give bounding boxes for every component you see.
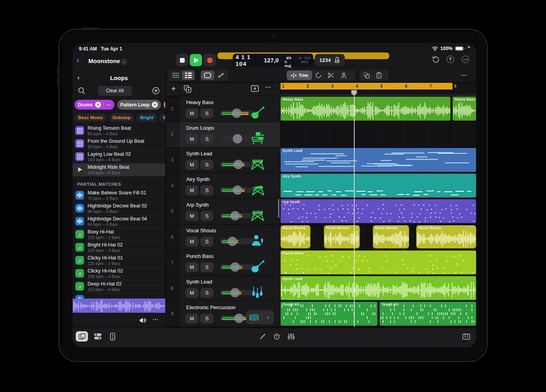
bass-icon[interactable] bbox=[251, 259, 264, 273]
slider-knob[interactable] bbox=[230, 262, 240, 272]
mute-button[interactable]: M bbox=[185, 288, 198, 298]
region[interactable]: Tough Kit bbox=[380, 302, 476, 326]
more-options-button[interactable]: ⋯ bbox=[462, 56, 470, 64]
loop-list-item[interactable]: Highbridge Decree Beat 04 94 bpm – 4 Bar… bbox=[73, 215, 165, 228]
loop-list-item[interactable]: ♫ Bright Hi-Hat 02 125 bpm – 4 Bars bbox=[73, 241, 165, 254]
loop-list-item[interactable]: ♫ Boxy Hi-Hat 125 bpm – 2 Bars bbox=[73, 228, 165, 241]
track-name[interactable]: Heavy Bass bbox=[186, 99, 213, 105]
search-icon[interactable] bbox=[78, 87, 86, 95]
back-button[interactable]: ‹ bbox=[77, 56, 85, 65]
loop-list-item[interactable]: ♫ Clicky Hi-Hat 02 100 bpm – 4 Bars bbox=[73, 267, 165, 280]
volume-slider[interactable] bbox=[220, 187, 256, 193]
volume-slider[interactable] bbox=[220, 290, 256, 295]
strings-icon[interactable] bbox=[251, 285, 264, 299]
chip-more-icon[interactable]: ⋯ bbox=[106, 102, 111, 108]
remove-chip-icon[interactable]: ✕ bbox=[152, 102, 158, 108]
help-button[interactable]: ? bbox=[447, 56, 455, 64]
track-lane[interactable]: Arp Synth bbox=[280, 199, 476, 224]
solo-button[interactable]: S bbox=[200, 160, 213, 170]
speaker-icon[interactable] bbox=[139, 317, 147, 324]
track-header[interactable]: 2 Drum Loops M S bbox=[166, 122, 280, 147]
track-header[interactable]: 6 Vocal Shouts M S bbox=[166, 224, 280, 250]
solo-button[interactable]: S bbox=[200, 134, 213, 144]
filter-chip[interactable]: Pattern Loop ✕ bbox=[117, 100, 161, 110]
solo-button[interactable]: S bbox=[200, 108, 213, 118]
solo-button[interactable]: S bbox=[200, 211, 213, 221]
trim-tool-button[interactable]: Trim bbox=[287, 71, 312, 80]
automation-tool-button[interactable] bbox=[214, 71, 228, 80]
track-name[interactable]: Drum Loops bbox=[186, 125, 214, 131]
volume-slider[interactable] bbox=[220, 213, 256, 218]
track-lane[interactable]: Airy Synth bbox=[280, 173, 476, 199]
region[interactable]: Synth Lead bbox=[280, 276, 476, 300]
synth-flat-icon[interactable] bbox=[251, 183, 264, 196]
loop-list-item[interactable]: ♫ Deep Hi-Hat 02 110 bpm – 4 Bars bbox=[73, 280, 165, 293]
region[interactable]: Heavy Bass bbox=[453, 97, 476, 121]
loop-list-item[interactable]: Highbridge Decree Beat 02 94 bpm – 4 Bar… bbox=[73, 202, 165, 215]
record-button[interactable] bbox=[204, 54, 216, 66]
tag-suggestion[interactable]: Warm bbox=[159, 113, 166, 122]
track-lane[interactable]: Vocal ShoutsVocal ShoutsVocal ShoutsVoca… bbox=[280, 224, 476, 250]
add-track-button[interactable]: + bbox=[171, 84, 180, 93]
arrange-more-button[interactable]: ⋯ bbox=[461, 72, 467, 79]
playhead[interactable] bbox=[354, 90, 355, 327]
region[interactable]: Vocal Shouts bbox=[416, 225, 476, 248]
expand-chevron-icon[interactable]: › bbox=[262, 314, 274, 320]
loop-list-item[interactable]: Laying Low Beat 02 150 bpm – 8 Bars bbox=[73, 150, 165, 163]
mute-button[interactable]: M bbox=[185, 108, 198, 118]
region[interactable]: Tough Kit bbox=[280, 302, 378, 326]
track-name[interactable]: Airy Synth bbox=[186, 176, 209, 182]
remove-chip-icon[interactable]: ✕ bbox=[95, 102, 101, 108]
project-title[interactable]: Moonstone bbox=[88, 58, 120, 64]
faders-button[interactable] bbox=[285, 331, 297, 342]
track-lane[interactable] bbox=[280, 122, 476, 147]
region[interactable]: Arp Synth bbox=[280, 199, 476, 223]
mute-button[interactable]: M bbox=[185, 262, 198, 272]
track-name[interactable]: Punch Bass bbox=[186, 253, 213, 259]
track-list-more-button[interactable]: ⋯ bbox=[265, 84, 274, 92]
volume-slider[interactable] bbox=[220, 110, 256, 116]
mute-button[interactable]: M bbox=[185, 211, 198, 221]
import-track-button[interactable] bbox=[251, 85, 260, 94]
mute-button[interactable]: M bbox=[185, 134, 198, 144]
region[interactable]: Vocal Shouts bbox=[280, 225, 310, 248]
track-name[interactable]: Arp Synth bbox=[186, 202, 209, 208]
region[interactable]: Vocal Shouts bbox=[373, 225, 409, 248]
track-header[interactable]: 9 Electronic Percussion M S › bbox=[166, 301, 280, 327]
synth-icon[interactable] bbox=[251, 157, 264, 170]
slider-knob[interactable] bbox=[228, 237, 237, 246]
loop-list-item[interactable] bbox=[73, 293, 165, 299]
filter-icon[interactable] bbox=[152, 87, 160, 95]
marquee-tool-button[interactable] bbox=[201, 71, 214, 80]
track-lane[interactable]: Heavy BassHeavy Bass bbox=[280, 96, 476, 122]
bar-ruler[interactable]: 12345678 bbox=[280, 83, 476, 96]
loop-preview-waveform[interactable] bbox=[73, 299, 165, 313]
volume-slider[interactable] bbox=[220, 136, 256, 142]
tempo-tool-button[interactable] bbox=[271, 331, 283, 342]
loop-tool-button[interactable] bbox=[312, 71, 325, 80]
synth-icon[interactable] bbox=[251, 208, 264, 222]
track-name[interactable]: Synth Lead bbox=[186, 279, 212, 285]
slider-knob[interactable] bbox=[233, 134, 242, 144]
bass-icon[interactable] bbox=[251, 106, 264, 119]
slider-knob[interactable] bbox=[233, 185, 242, 195]
track-lane[interactable]: Synth Lead bbox=[280, 276, 476, 301]
drum-machine-icon[interactable] bbox=[251, 131, 264, 145]
count-in-control[interactable]: 1234 bbox=[315, 54, 345, 66]
fade-tool-button[interactable] bbox=[337, 71, 350, 80]
track-header[interactable]: 7 Punch Bass M S bbox=[166, 250, 280, 276]
track-header[interactable]: 4 Airy Synth M S bbox=[166, 173, 280, 199]
slider-knob[interactable] bbox=[234, 160, 243, 169]
slider-knob[interactable] bbox=[232, 108, 241, 118]
track-header[interactable]: 3 Synth Lead M S bbox=[166, 147, 280, 173]
mixer-toggle-button[interactable] bbox=[92, 331, 104, 342]
grid-view-button[interactable] bbox=[169, 71, 182, 80]
browser-toggle-button[interactable]: ♪ bbox=[76, 331, 88, 342]
project-menu-chevron-icon[interactable]: ⌄ bbox=[121, 58, 127, 65]
copy-button[interactable] bbox=[360, 71, 373, 80]
keyboard-toggle-button[interactable] bbox=[460, 331, 472, 342]
track-lane[interactable]: Tough KitTough Kit bbox=[280, 301, 476, 327]
track-header[interactable]: 1 Heavy Bass M S bbox=[166, 96, 280, 122]
track-lane[interactable]: Synth Lead bbox=[280, 147, 476, 173]
slider-knob[interactable] bbox=[230, 211, 240, 220]
